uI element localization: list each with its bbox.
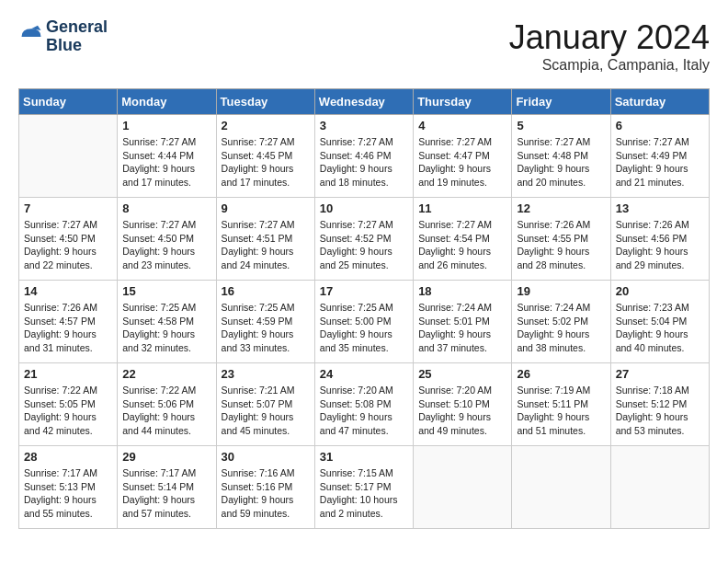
day-number: 26 xyxy=(517,367,605,381)
day-number: 10 xyxy=(320,201,408,215)
day-info: Sunrise: 7:27 AM Sunset: 4:48 PM Dayligh… xyxy=(517,135,605,190)
day-info: Sunrise: 7:27 AM Sunset: 4:52 PM Dayligh… xyxy=(320,218,408,272)
calendar-cell: 10Sunrise: 7:27 AM Sunset: 4:52 PM Dayli… xyxy=(314,198,413,281)
calendar-cell: 31Sunrise: 7:15 AM Sunset: 5:17 PM Dayli… xyxy=(314,446,413,529)
calendar-cell: 17Sunrise: 7:25 AM Sunset: 5:00 PM Dayli… xyxy=(314,281,413,363)
calendar-cell: 6Sunrise: 7:27 AM Sunset: 4:49 PM Daylig… xyxy=(610,115,709,198)
day-info: Sunrise: 7:25 AM Sunset: 4:59 PM Dayligh… xyxy=(222,301,310,355)
day-number: 30 xyxy=(222,450,310,464)
day-number: 24 xyxy=(320,367,408,381)
title-block: January 2024 Scampia, Campania, Italy xyxy=(509,18,710,74)
calendar-cell: 3Sunrise: 7:27 AM Sunset: 4:46 PM Daylig… xyxy=(314,115,413,198)
calendar-cell: 15Sunrise: 7:25 AM Sunset: 4:58 PM Dayli… xyxy=(118,281,216,363)
day-header-sunday: Sunday xyxy=(19,89,118,115)
day-number: 5 xyxy=(517,119,605,132)
calendar-cell: 13Sunrise: 7:26 AM Sunset: 4:56 PM Dayli… xyxy=(610,198,709,281)
calendar-cell: 28Sunrise: 7:17 AM Sunset: 5:13 PM Dayli… xyxy=(19,446,118,529)
day-number: 23 xyxy=(222,367,310,381)
day-info: Sunrise: 7:27 AM Sunset: 4:49 PM Dayligh… xyxy=(616,135,704,190)
calendar-week-2: 7Sunrise: 7:27 AM Sunset: 4:50 PM Daylig… xyxy=(19,198,710,281)
day-number: 25 xyxy=(418,367,506,381)
day-info: Sunrise: 7:24 AM Sunset: 5:01 PM Dayligh… xyxy=(418,301,506,355)
calendar-cell: 20Sunrise: 7:23 AM Sunset: 5:04 PM Dayli… xyxy=(610,281,709,363)
calendar-cell: 16Sunrise: 7:25 AM Sunset: 4:59 PM Dayli… xyxy=(216,281,314,363)
day-header-wednesday: Wednesday xyxy=(314,89,413,115)
day-info: Sunrise: 7:27 AM Sunset: 4:47 PM Dayligh… xyxy=(418,135,506,190)
logo: General Blue xyxy=(18,18,108,55)
day-info: Sunrise: 7:23 AM Sunset: 5:04 PM Dayligh… xyxy=(616,301,704,355)
day-header-friday: Friday xyxy=(512,89,610,115)
day-header-monday: Monday xyxy=(118,89,216,115)
logo-icon xyxy=(18,24,44,50)
calendar-cell: 5Sunrise: 7:27 AM Sunset: 4:48 PM Daylig… xyxy=(512,115,610,198)
day-info: Sunrise: 7:25 AM Sunset: 4:58 PM Dayligh… xyxy=(122,301,210,355)
day-number: 19 xyxy=(517,284,605,298)
day-info: Sunrise: 7:27 AM Sunset: 4:50 PM Dayligh… xyxy=(122,218,210,272)
day-number: 8 xyxy=(122,201,210,215)
day-info: Sunrise: 7:27 AM Sunset: 4:46 PM Dayligh… xyxy=(320,135,408,190)
day-info: Sunrise: 7:17 AM Sunset: 5:13 PM Dayligh… xyxy=(24,466,112,521)
calendar-week-5: 28Sunrise: 7:17 AM Sunset: 5:13 PM Dayli… xyxy=(19,446,710,529)
day-info: Sunrise: 7:21 AM Sunset: 5:07 PM Dayligh… xyxy=(222,384,310,438)
day-number: 18 xyxy=(418,284,506,298)
day-number: 22 xyxy=(122,367,210,381)
calendar-cell: 8Sunrise: 7:27 AM Sunset: 4:50 PM Daylig… xyxy=(118,198,216,281)
day-number: 4 xyxy=(418,119,506,132)
day-number: 13 xyxy=(616,201,704,215)
day-number: 3 xyxy=(320,119,408,132)
calendar-week-4: 21Sunrise: 7:22 AM Sunset: 5:05 PM Dayli… xyxy=(19,363,710,446)
day-number: 12 xyxy=(517,201,605,215)
day-number: 2 xyxy=(222,119,310,132)
calendar-cell: 11Sunrise: 7:27 AM Sunset: 4:54 PM Dayli… xyxy=(414,198,512,281)
location: Scampia, Campania, Italy xyxy=(509,57,710,74)
calendar-cell: 7Sunrise: 7:27 AM Sunset: 4:50 PM Daylig… xyxy=(19,198,118,281)
day-info: Sunrise: 7:27 AM Sunset: 4:45 PM Dayligh… xyxy=(222,135,310,190)
calendar-cell xyxy=(414,446,512,529)
day-header-saturday: Saturday xyxy=(610,89,709,115)
calendar-cell: 4Sunrise: 7:27 AM Sunset: 4:47 PM Daylig… xyxy=(414,115,512,198)
calendar-cell: 26Sunrise: 7:19 AM Sunset: 5:11 PM Dayli… xyxy=(512,363,610,446)
calendar-cell: 18Sunrise: 7:24 AM Sunset: 5:01 PM Dayli… xyxy=(414,281,512,363)
day-number: 27 xyxy=(616,367,704,381)
day-info: Sunrise: 7:17 AM Sunset: 5:14 PM Dayligh… xyxy=(122,466,210,521)
day-info: Sunrise: 7:20 AM Sunset: 5:08 PM Dayligh… xyxy=(320,384,408,438)
day-info: Sunrise: 7:25 AM Sunset: 5:00 PM Dayligh… xyxy=(320,301,408,355)
logo-text: General Blue xyxy=(46,18,108,55)
calendar-week-3: 14Sunrise: 7:26 AM Sunset: 4:57 PM Dayli… xyxy=(19,281,710,363)
day-info: Sunrise: 7:19 AM Sunset: 5:11 PM Dayligh… xyxy=(517,384,605,438)
calendar-cell: 14Sunrise: 7:26 AM Sunset: 4:57 PM Dayli… xyxy=(19,281,118,363)
day-number: 1 xyxy=(122,119,210,132)
page-header: General Blue January 2024 Scampia, Campa… xyxy=(18,18,710,74)
calendar-cell xyxy=(19,115,118,198)
day-number: 31 xyxy=(320,450,408,464)
day-info: Sunrise: 7:15 AM Sunset: 5:17 PM Dayligh… xyxy=(320,466,408,521)
calendar-cell: 9Sunrise: 7:27 AM Sunset: 4:51 PM Daylig… xyxy=(216,198,314,281)
day-info: Sunrise: 7:16 AM Sunset: 5:16 PM Dayligh… xyxy=(222,466,310,521)
day-number: 16 xyxy=(222,284,310,298)
calendar-cell: 24Sunrise: 7:20 AM Sunset: 5:08 PM Dayli… xyxy=(314,363,413,446)
calendar-cell: 23Sunrise: 7:21 AM Sunset: 5:07 PM Dayli… xyxy=(216,363,314,446)
day-info: Sunrise: 7:22 AM Sunset: 5:06 PM Dayligh… xyxy=(122,384,210,438)
calendar-cell: 12Sunrise: 7:26 AM Sunset: 4:55 PM Dayli… xyxy=(512,198,610,281)
calendar-cell: 25Sunrise: 7:20 AM Sunset: 5:10 PM Dayli… xyxy=(414,363,512,446)
day-number: 29 xyxy=(122,450,210,464)
calendar-cell: 2Sunrise: 7:27 AM Sunset: 4:45 PM Daylig… xyxy=(216,115,314,198)
day-number: 21 xyxy=(24,367,112,381)
day-header-tuesday: Tuesday xyxy=(216,89,314,115)
calendar-header-row: SundayMondayTuesdayWednesdayThursdayFrid… xyxy=(19,89,710,115)
day-number: 11 xyxy=(418,201,506,215)
calendar-cell xyxy=(512,446,610,529)
calendar-cell xyxy=(610,446,709,529)
calendar-cell: 29Sunrise: 7:17 AM Sunset: 5:14 PM Dayli… xyxy=(118,446,216,529)
calendar-cell: 19Sunrise: 7:24 AM Sunset: 5:02 PM Dayli… xyxy=(512,281,610,363)
calendar-week-1: 1Sunrise: 7:27 AM Sunset: 4:44 PM Daylig… xyxy=(19,115,710,198)
day-number: 20 xyxy=(616,284,704,298)
day-info: Sunrise: 7:26 AM Sunset: 4:55 PM Dayligh… xyxy=(517,218,605,272)
day-number: 7 xyxy=(24,201,112,215)
day-number: 28 xyxy=(24,450,112,464)
month-title: January 2024 xyxy=(509,18,710,57)
day-info: Sunrise: 7:26 AM Sunset: 4:57 PM Dayligh… xyxy=(24,301,112,355)
day-info: Sunrise: 7:27 AM Sunset: 4:51 PM Dayligh… xyxy=(222,218,310,272)
day-number: 14 xyxy=(24,284,112,298)
day-number: 17 xyxy=(320,284,408,298)
